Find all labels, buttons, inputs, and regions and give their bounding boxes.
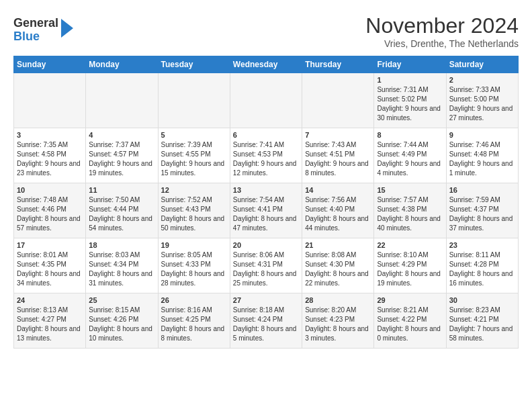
calendar-day-cell <box>158 73 230 128</box>
calendar-day-cell: 19Sunrise: 8:05 AMSunset: 4:33 PMDayligh… <box>158 238 230 293</box>
calendar-day-cell: 23Sunrise: 8:11 AMSunset: 4:28 PMDayligh… <box>446 238 518 293</box>
calendar-day-cell: 1Sunrise: 7:31 AMSunset: 5:02 PMDaylight… <box>374 73 446 128</box>
day-of-week-header: Tuesday <box>158 56 230 73</box>
logo: General Blue <box>13 17 73 44</box>
day-number: 19 <box>161 241 227 249</box>
calendar-day-cell: 3Sunrise: 7:35 AMSunset: 4:58 PMDaylight… <box>14 128 86 183</box>
calendar-table: SundayMondayTuesdayWednesdayThursdayFrid… <box>13 56 519 349</box>
calendar-day-cell: 15Sunrise: 7:57 AMSunset: 4:38 PMDayligh… <box>374 183 446 238</box>
day-number: 8 <box>377 131 443 139</box>
calendar-week-row: 1Sunrise: 7:31 AMSunset: 5:02 PMDaylight… <box>14 73 519 128</box>
day-info: Sunrise: 8:16 AMSunset: 4:25 PMDaylight:… <box>161 306 227 343</box>
calendar-day-cell: 13Sunrise: 7:54 AMSunset: 4:41 PMDayligh… <box>230 183 302 238</box>
day-number: 20 <box>233 241 299 249</box>
day-number: 3 <box>17 131 83 139</box>
calendar-day-cell: 10Sunrise: 7:48 AMSunset: 4:46 PMDayligh… <box>14 183 86 238</box>
day-info: Sunrise: 8:20 AMSunset: 4:23 PMDaylight:… <box>305 306 371 343</box>
calendar-day-cell: 9Sunrise: 7:46 AMSunset: 4:48 PMDaylight… <box>446 128 518 183</box>
day-number: 28 <box>305 296 371 304</box>
calendar-week-row: 3Sunrise: 7:35 AMSunset: 4:58 PMDaylight… <box>14 128 519 183</box>
month-title: November 2024 <box>365 13 519 38</box>
day-number: 7 <box>305 131 371 139</box>
day-info: Sunrise: 7:43 AMSunset: 4:51 PMDaylight:… <box>305 140 371 178</box>
calendar-day-cell: 20Sunrise: 8:06 AMSunset: 4:31 PMDayligh… <box>230 238 302 293</box>
calendar-day-cell: 26Sunrise: 8:16 AMSunset: 4:25 PMDayligh… <box>158 293 230 349</box>
day-info: Sunrise: 7:54 AMSunset: 4:41 PMDaylight:… <box>233 195 299 233</box>
day-info: Sunrise: 7:46 AMSunset: 4:48 PMDaylight:… <box>449 140 515 178</box>
day-of-week-header: Wednesday <box>230 56 302 73</box>
calendar-week-row: 24Sunrise: 8:13 AMSunset: 4:27 PMDayligh… <box>14 293 519 349</box>
logo-text: General Blue <box>13 17 58 44</box>
day-info: Sunrise: 8:11 AMSunset: 4:28 PMDaylight:… <box>449 250 515 288</box>
day-number: 9 <box>449 131 515 139</box>
day-of-week-header: Saturday <box>446 56 518 73</box>
calendar-week-row: 17Sunrise: 8:01 AMSunset: 4:35 PMDayligh… <box>14 238 519 293</box>
calendar-day-cell: 8Sunrise: 7:44 AMSunset: 4:49 PMDaylight… <box>374 128 446 183</box>
calendar-day-cell: 16Sunrise: 7:59 AMSunset: 4:37 PMDayligh… <box>446 183 518 238</box>
calendar-day-cell <box>302 73 374 128</box>
day-info: Sunrise: 8:15 AMSunset: 4:26 PMDaylight:… <box>89 306 154 343</box>
day-number: 6 <box>233 131 299 139</box>
calendar-day-cell <box>230 73 302 128</box>
day-info: Sunrise: 7:59 AMSunset: 4:37 PMDaylight:… <box>449 195 515 233</box>
page-header: General Blue November 2024 Vries, Drenth… <box>13 13 519 49</box>
calendar-day-cell: 24Sunrise: 8:13 AMSunset: 4:27 PMDayligh… <box>14 293 86 349</box>
calendar-day-cell: 11Sunrise: 7:50 AMSunset: 4:44 PMDayligh… <box>86 183 158 238</box>
calendar-day-cell: 27Sunrise: 8:18 AMSunset: 4:24 PMDayligh… <box>230 293 302 349</box>
calendar-header-row: SundayMondayTuesdayWednesdayThursdayFrid… <box>14 56 519 73</box>
day-number: 24 <box>17 296 83 304</box>
calendar-day-cell: 17Sunrise: 8:01 AMSunset: 4:35 PMDayligh… <box>14 238 86 293</box>
calendar-day-cell: 2Sunrise: 7:33 AMSunset: 5:00 PMDaylight… <box>446 73 518 128</box>
calendar-day-cell: 14Sunrise: 7:56 AMSunset: 4:40 PMDayligh… <box>302 183 374 238</box>
subtitle: Vries, Drenthe, The Netherlands <box>365 38 519 49</box>
day-info: Sunrise: 8:08 AMSunset: 4:30 PMDaylight:… <box>305 250 371 288</box>
calendar-day-cell <box>14 73 86 128</box>
logo-blue: Blue <box>13 30 40 43</box>
day-number: 1 <box>377 76 443 84</box>
day-number: 30 <box>449 296 515 304</box>
day-info: Sunrise: 8:13 AMSunset: 4:27 PMDaylight:… <box>17 306 83 343</box>
calendar-day-cell: 7Sunrise: 7:43 AMSunset: 4:51 PMDaylight… <box>302 128 374 183</box>
day-info: Sunrise: 7:39 AMSunset: 4:55 PMDaylight:… <box>161 140 227 178</box>
day-info: Sunrise: 7:37 AMSunset: 4:57 PMDaylight:… <box>89 140 154 178</box>
day-info: Sunrise: 8:03 AMSunset: 4:34 PMDaylight:… <box>89 250 154 288</box>
day-info: Sunrise: 7:35 AMSunset: 4:58 PMDaylight:… <box>17 140 83 178</box>
calendar-day-cell: 4Sunrise: 7:37 AMSunset: 4:57 PMDaylight… <box>86 128 158 183</box>
calendar-day-cell: 29Sunrise: 8:21 AMSunset: 4:22 PMDayligh… <box>374 293 446 349</box>
day-number: 12 <box>161 186 227 194</box>
calendar-day-cell <box>86 73 158 128</box>
day-of-week-header: Sunday <box>14 56 86 73</box>
day-number: 29 <box>377 296 443 304</box>
day-info: Sunrise: 7:31 AMSunset: 5:02 PMDaylight:… <box>377 85 443 123</box>
day-info: Sunrise: 8:10 AMSunset: 4:29 PMDaylight:… <box>377 250 443 288</box>
calendar-day-cell: 6Sunrise: 7:41 AMSunset: 4:53 PMDaylight… <box>230 128 302 183</box>
calendar-day-cell: 21Sunrise: 8:08 AMSunset: 4:30 PMDayligh… <box>302 238 374 293</box>
day-number: 21 <box>305 241 371 249</box>
calendar-day-cell: 22Sunrise: 8:10 AMSunset: 4:29 PMDayligh… <box>374 238 446 293</box>
day-number: 4 <box>89 131 154 139</box>
day-info: Sunrise: 8:01 AMSunset: 4:35 PMDaylight:… <box>17 250 83 288</box>
day-of-week-header: Monday <box>86 56 158 73</box>
day-number: 16 <box>449 186 515 194</box>
day-info: Sunrise: 7:57 AMSunset: 4:38 PMDaylight:… <box>377 195 443 233</box>
day-number: 15 <box>377 186 443 194</box>
day-number: 26 <box>161 296 227 304</box>
day-info: Sunrise: 7:33 AMSunset: 5:00 PMDaylight:… <box>449 85 515 123</box>
day-number: 18 <box>89 241 154 249</box>
day-number: 13 <box>233 186 299 194</box>
day-info: Sunrise: 8:05 AMSunset: 4:33 PMDaylight:… <box>161 250 227 288</box>
logo-arrow-icon <box>61 19 73 38</box>
day-number: 11 <box>89 186 154 194</box>
day-number: 25 <box>89 296 154 304</box>
day-number: 23 <box>449 241 515 249</box>
logo-general: General <box>13 16 58 30</box>
day-info: Sunrise: 8:06 AMSunset: 4:31 PMDaylight:… <box>233 250 299 288</box>
calendar-week-row: 10Sunrise: 7:48 AMSunset: 4:46 PMDayligh… <box>14 183 519 238</box>
day-number: 17 <box>17 241 83 249</box>
day-number: 10 <box>17 186 83 194</box>
day-number: 14 <box>305 186 371 194</box>
day-info: Sunrise: 7:50 AMSunset: 4:44 PMDaylight:… <box>89 195 154 233</box>
day-info: Sunrise: 8:21 AMSunset: 4:22 PMDaylight:… <box>377 306 443 343</box>
day-info: Sunrise: 7:52 AMSunset: 4:43 PMDaylight:… <box>161 195 227 233</box>
calendar-day-cell: 28Sunrise: 8:20 AMSunset: 4:23 PMDayligh… <box>302 293 374 349</box>
